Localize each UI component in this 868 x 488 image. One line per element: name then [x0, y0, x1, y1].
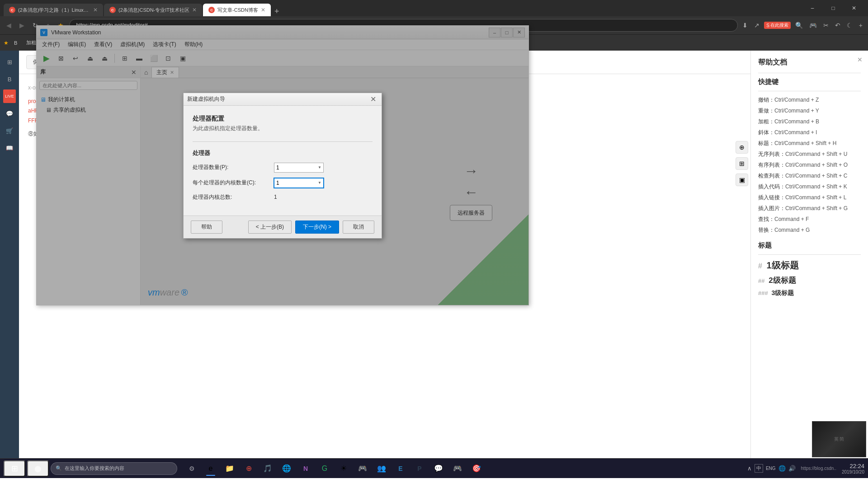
taskbar-app-3[interactable]: ⊕ — [240, 460, 258, 477]
search-magnifier-icon: 🔍 — [56, 465, 62, 471]
back-button-modal[interactable]: < 上一步(B) — [248, 221, 292, 234]
taskbar-app-15[interactable]: 🎯 — [467, 460, 486, 477]
taskbar-app-7[interactable]: G — [316, 460, 334, 477]
taskbar-app-6[interactable]: N — [297, 460, 315, 477]
cortana-button[interactable]: ⬤ — [27, 460, 49, 477]
modal-section-title: 处理器配置 — [193, 115, 373, 123]
back-button[interactable]: ◀ — [4, 20, 14, 31]
help-panel: ✕ 帮助文档 快捷键 撤销：Ctrl/Command + Z 重做：Ctrl/C… — [750, 51, 868, 458]
float-tool-3[interactable]: ▣ — [736, 174, 748, 186]
taskbar-app-8[interactable]: ☀ — [335, 460, 353, 477]
search-engine-label: S — [766, 23, 769, 28]
tray-volume-icon[interactable]: 🔊 — [788, 465, 796, 472]
editor-float-tools: ⊕ ⊞ ▣ — [736, 141, 748, 186]
sidebar-btn-2[interactable]: B — [3, 72, 16, 86]
sidebar-btn-1[interactable]: ⊞ — [3, 55, 16, 69]
float-tool-2[interactable]: ⊞ — [736, 157, 748, 170]
tab3-close[interactable]: ✕ — [261, 7, 265, 13]
scissors-icon[interactable]: ✂ — [821, 20, 830, 31]
processor-count-dropdown[interactable]: 1 ▼ — [274, 163, 324, 173]
new-tab-button[interactable]: + — [272, 7, 282, 16]
taskbar-app-14[interactable]: 🎮 — [448, 460, 467, 477]
bookmark-item-b[interactable]: B — [10, 39, 21, 47]
tab2-title: (2条消息)CSDN-专业IT技术社区 — [118, 7, 189, 14]
taskbar-date-display: 2019/10/20 — [842, 469, 864, 474]
modal-close-button[interactable]: ✕ — [368, 94, 378, 104]
tab3-favicon: C — [208, 7, 215, 13]
tray-expand-icon[interactable]: ∧ — [747, 465, 752, 472]
windows-search-bar[interactable]: 🔍 在这里输入你要搜索的内容 — [51, 462, 177, 475]
help-divider-3 — [758, 254, 861, 255]
win-minimize-button[interactable]: – — [802, 0, 823, 16]
total-cores-value: 1 — [274, 194, 277, 200]
window-controls: – □ ✕ — [802, 0, 864, 16]
sidebar-btn-chat[interactable]: 💬 — [3, 107, 16, 120]
modal-divider — [193, 141, 373, 142]
processor-count-label: 处理器数量(P): — [193, 164, 274, 171]
video-content: 英 简 — [812, 422, 866, 457]
taskbar-app-10[interactable]: 👥 — [373, 460, 391, 477]
cores-per-processor-row: 每个处理器的内核数量(C): 1 ▼ — [193, 178, 373, 188]
cancel-button[interactable]: 取消 — [343, 221, 374, 234]
sidebar-btn-live[interactable]: LIVE — [3, 89, 16, 103]
taskbar-app-11[interactable]: E — [392, 460, 410, 477]
tab1-title: (2条消息)学习之路（1）Linux在虚拟... — [18, 7, 90, 14]
taskbar-app-1[interactable]: ⚙ — [183, 460, 201, 477]
taskbar-app-wechat[interactable]: 💬 — [429, 460, 448, 477]
browser-tabs: C (2条消息)学习之路（1）Linux在虚拟... ✕ C (2条消息)CSD… — [4, 0, 802, 16]
taskbar-right-area: ∧ 中 ENG 🌐 🔊 https://blog.csdn.. 22:24 20… — [747, 463, 864, 474]
download-icon[interactable]: ⬇ — [741, 20, 750, 31]
taskbar-app-12[interactable]: P — [410, 460, 429, 477]
taskbar-app-explorer[interactable]: 📁 — [221, 460, 239, 477]
modal-footer: 帮助 < 上一步(B) 下一步(N) > 取消 — [184, 216, 382, 238]
game-icon[interactable]: 🎮 — [807, 20, 819, 31]
sidebar-btn-cart[interactable]: 🛒 — [3, 124, 16, 137]
forward-button[interactable]: ▶ — [17, 20, 27, 31]
taskbar-app-5[interactable]: 🌐 — [278, 460, 296, 477]
win-close-button[interactable]: ✕ — [844, 0, 864, 16]
tab2-close[interactable]: ✕ — [192, 7, 197, 13]
search-in-label: 在此搜索 — [770, 22, 788, 28]
modal-title: 新建虚拟机向导 — [187, 95, 368, 103]
shortcut-unordered-list: 无序列表：Ctrl/Command + Shift + U — [758, 150, 861, 158]
tray-network-icon[interactable]: 🌐 — [778, 465, 786, 472]
find-command: Command — [774, 216, 799, 222]
shortcut-bold: 加粗：Ctrl/Command + B — [758, 117, 861, 126]
shortcut-link: 插入链接：Ctrl/Command + Shift + L — [758, 193, 861, 202]
add-icon[interactable]: + — [857, 20, 864, 31]
browser-tab-2[interactable]: C (2条消息)CSDN-专业IT技术社区 ✕ — [104, 4, 202, 16]
help-close-button[interactable]: ✕ — [857, 56, 863, 63]
undo-icon[interactable]: ↶ — [833, 20, 842, 31]
help-divider-2 — [758, 91, 861, 91]
help-button[interactable]: 帮助 — [191, 221, 222, 234]
heading-h1: # 1级标题 — [758, 259, 861, 272]
tab1-close[interactable]: ✕ — [93, 7, 98, 13]
browser-tab-3[interactable]: C 写文章-CSDN博客 ✕ — [203, 4, 271, 16]
night-mode-icon[interactable]: ☾ — [845, 20, 854, 31]
cores-per-processor-dropdown[interactable]: 1 ▼ — [274, 178, 324, 188]
float-tool-1[interactable]: ⊕ — [736, 141, 748, 154]
video-label: 英 简 — [834, 436, 844, 442]
sidebar-btn-book[interactable]: 📖 — [3, 141, 16, 155]
help-divider-1 — [758, 73, 861, 73]
windows-search-placeholder: 在这里输入你要搜索的内容 — [65, 465, 124, 472]
share-icon[interactable]: ↗ — [752, 20, 761, 31]
taskbar-app-edge[interactable]: e — [202, 460, 220, 477]
tray-input-method[interactable]: 中 — [755, 464, 763, 473]
taskbar-app-9[interactable]: 🎮 — [354, 460, 372, 477]
modal-titlebar: 新建虚拟机向导 ✕ — [184, 93, 382, 106]
new-vm-wizard-dialog: 新建虚拟机向导 ✕ 处理器配置 为此虚拟机指定处理器数量。 处理器 处理器数量(… — [183, 93, 382, 239]
tray-language[interactable]: ENG — [766, 466, 776, 471]
vmware-window: V VMware Workstation – □ ✕ 文件(F) 编辑(E) 查… — [36, 25, 529, 305]
browser-tab-1[interactable]: C (2条消息)学习之路（1）Linux在虚拟... ✕ — [4, 4, 103, 16]
csdn-left-sidebar: ⊞ B LIVE 💬 🛒 📖 — [0, 51, 19, 458]
next-button[interactable]: 下一步(N) > — [295, 221, 339, 234]
taskbar-app-4[interactable]: 🎵 — [259, 460, 277, 477]
shortcut-redo: 重做：Ctrl/Command + Y — [758, 107, 861, 115]
win-maximize-button[interactable]: □ — [823, 0, 844, 16]
search-icon[interactable]: 🔍 — [793, 20, 805, 31]
taskbar-clock[interactable]: 22:24 2019/10/20 — [842, 463, 864, 474]
windows-start-button[interactable]: ⊞ — [4, 460, 25, 477]
dropdown-arrow-1: ▼ — [318, 165, 321, 169]
heading-h3: ### 3级标题 — [758, 289, 861, 297]
